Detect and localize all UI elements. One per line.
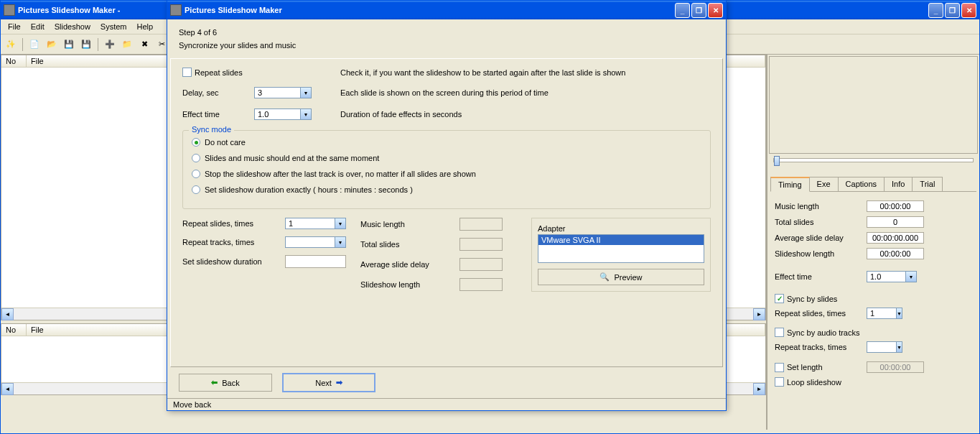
repeat-tracks-times-input[interactable] (286, 237, 335, 247)
repeat-tracks-input-r[interactable] (867, 342, 896, 352)
dialog-statusbar: Move back (167, 398, 726, 410)
maximize-button[interactable]: ❐ (945, 3, 960, 18)
sync-radio-1-label: Slides and music should end at the same … (205, 154, 379, 162)
chevron-down-icon[interactable]: ▼ (335, 237, 345, 247)
repeat-slides-input-r[interactable] (867, 308, 896, 318)
sync-slides-label: Sync by slides (787, 295, 837, 303)
magnify-icon: 🔍 (599, 272, 610, 282)
avg-delay-label: Average slide delay (775, 234, 861, 242)
scroll-right-icon-2[interactable]: ► (753, 383, 765, 395)
sync-audio-checkbox[interactable]: Sync by audio tracks (775, 328, 860, 337)
repeat-tracks-label-r: Repeat tracks, times (775, 343, 861, 351)
dialog-titlebar[interactable]: Pictures Slideshow Maker _ ❐ ✕ (167, 1, 726, 19)
wizard-dialog: Pictures Slideshow Maker _ ❐ ✕ Step 4 of… (167, 0, 727, 411)
delay-input[interactable] (255, 88, 300, 98)
slider-thumb[interactable] (774, 156, 780, 166)
preview-area (769, 56, 978, 154)
effect-input[interactable] (255, 109, 300, 119)
sync-mode-group: Sync mode Do not care Slides and music s… (182, 130, 711, 209)
back-button[interactable]: ⬅ Back (179, 374, 272, 392)
loop-label: Loop slideshow (787, 378, 841, 387)
chevron-down-icon[interactable]: ▼ (300, 88, 311, 98)
dialog-close-button[interactable]: ✕ (708, 3, 723, 18)
checkbox-icon: ✓ (775, 294, 784, 303)
chevron-down-icon[interactable]: ▼ (905, 272, 916, 282)
repeat-slides-times-combo[interactable]: ▼ (285, 218, 346, 229)
set-duration-input[interactable] (285, 255, 346, 268)
adapter-list[interactable]: VMware SVGA II (538, 234, 704, 263)
minimize-button[interactable]: _ (928, 3, 943, 18)
dialog-minimize-button[interactable]: _ (675, 3, 690, 18)
effect-desc: Duration of fade effects in seconds (340, 110, 711, 119)
wizard-subtitle: Syncronize your slides and music (179, 41, 714, 50)
chevron-down-icon[interactable]: ▼ (896, 308, 902, 318)
loop-checkbox[interactable]: Loop slideshow (775, 377, 841, 387)
next-button[interactable]: Next ➡ (282, 373, 375, 392)
add-icon[interactable]: ➕ (103, 37, 117, 52)
music-length-label-w: Music length (360, 220, 454, 228)
wizard-step: Step 4 of 6 (179, 28, 714, 37)
checkbox-icon (775, 363, 784, 372)
scroll-left-icon[interactable]: ◄ (1, 308, 14, 320)
music-length-value: 00:00:00 (867, 200, 924, 212)
menu-file[interactable]: File (4, 21, 25, 32)
sync-slides-checkbox[interactable]: ✓ Sync by slides (775, 294, 837, 303)
repeat-tracks-combo[interactable]: ▼ (867, 341, 902, 353)
position-slider[interactable] (773, 158, 974, 162)
sync-radio-1[interactable]: Slides and music should end at the same … (192, 154, 701, 162)
sync-radio-2[interactable]: Stop the slideshow after the last track … (192, 170, 701, 178)
col-no[interactable]: No (1, 55, 27, 67)
repeat-slides-label-r: Repeat slides, times (775, 309, 861, 318)
menu-edit[interactable]: Edit (27, 21, 49, 32)
radio-icon (192, 170, 200, 178)
slideshow-length-label: Slideshow length (775, 249, 861, 258)
effect-combo[interactable]: ▼ (254, 108, 312, 120)
set-length-checkbox[interactable]: Set length (775, 363, 861, 372)
repeat-slides-times-input[interactable] (286, 218, 335, 228)
menu-system[interactable]: System (96, 21, 131, 32)
chevron-down-icon[interactable]: ▼ (896, 342, 902, 352)
preview-button[interactable]: 🔍 Preview (538, 269, 704, 285)
save-icon[interactable]: 💾 (62, 37, 76, 52)
sync-radio-2-label: Stop the slideshow after the last track … (205, 170, 476, 178)
remove-icon[interactable]: ✖ (137, 37, 151, 52)
tab-info[interactable]: Info (884, 177, 913, 191)
delay-label: Delay, sec (182, 88, 240, 97)
menu-help[interactable]: Help (133, 21, 158, 32)
tab-timing[interactable]: Timing (770, 177, 810, 192)
tab-captions[interactable]: Captions (838, 177, 885, 191)
adapter-item[interactable]: VMware SVGA II (538, 235, 704, 245)
scroll-left-icon-2[interactable]: ◄ (1, 383, 14, 395)
scroll-right-icon[interactable]: ► (753, 308, 765, 320)
addfolder-icon[interactable]: 📁 (120, 37, 134, 52)
dialog-title: Pictures Slideshow Maker (185, 6, 675, 14)
dialog-maximize-button[interactable]: ❐ (691, 3, 706, 18)
avg-delay-value: 00:00:00.000 (867, 232, 924, 244)
wizard-icon[interactable]: ✨ (4, 37, 18, 52)
chevron-down-icon[interactable]: ▼ (300, 109, 311, 119)
saveas-icon[interactable]: 💾 (79, 37, 93, 52)
set-length-value: 00:00:00 (867, 361, 924, 373)
arrow-right-icon: ➡ (336, 378, 342, 387)
radio-icon (192, 154, 200, 162)
menu-slideshow[interactable]: Slideshow (50, 21, 95, 32)
repeat-slides-combo[interactable]: ▼ (867, 308, 902, 319)
sync-radio-3[interactable]: Set slideshow duration exactly ( hours :… (192, 185, 701, 194)
preview-button-label: Preview (614, 273, 642, 282)
effect-time-input[interactable] (867, 272, 905, 282)
tab-exe[interactable]: Exe (809, 177, 839, 191)
tab-trial[interactable]: Trial (912, 177, 943, 191)
repeat-slides-checkbox[interactable]: Repeat slides (182, 68, 312, 77)
delay-combo[interactable]: ▼ (254, 87, 312, 98)
avg-delay-value-w (459, 258, 503, 271)
open-icon[interactable]: 📂 (45, 37, 59, 52)
sync-radio-0[interactable]: Do not care (192, 138, 701, 147)
new-icon[interactable]: 📄 (27, 37, 42, 52)
chevron-down-icon[interactable]: ▼ (335, 218, 345, 228)
sync-mode-legend: Sync mode (189, 125, 234, 134)
col-no-2[interactable]: No (1, 324, 27, 336)
total-slides-label-w: Total slides (360, 240, 454, 249)
repeat-tracks-times-combo[interactable]: ▼ (285, 236, 346, 248)
close-button[interactable]: ✕ (961, 3, 976, 18)
effect-time-combo[interactable]: ▼ (867, 271, 917, 282)
